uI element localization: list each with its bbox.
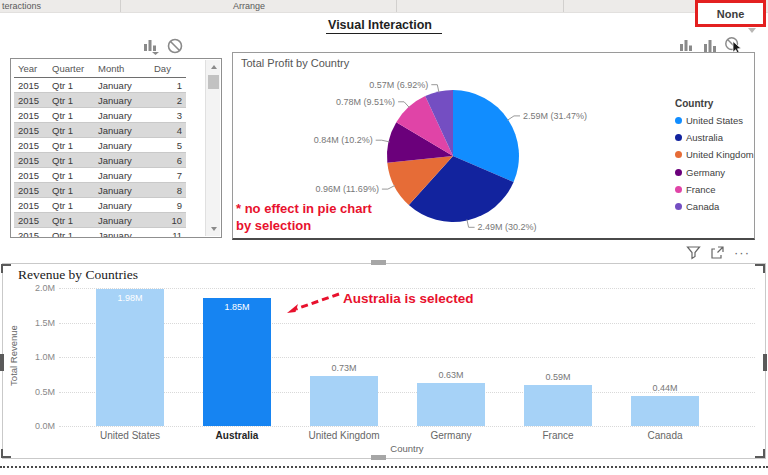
- drag-handle-top[interactable]: [371, 260, 386, 265]
- bar-value-label: 0.44M: [631, 383, 699, 393]
- pie-annotation-line2: by selection: [236, 218, 311, 233]
- table-row[interactable]: 2015Qtr 1January11: [14, 228, 186, 239]
- column-header-year[interactable]: Year: [14, 60, 48, 78]
- table-row[interactable]: 2015Qtr 1January1: [14, 78, 186, 93]
- legend-item-united-kingdom[interactable]: United Kingdom: [675, 146, 754, 163]
- y-axis-tick: 2.0M: [11, 283, 55, 293]
- legend-label: Germany: [686, 167, 725, 178]
- pie-data-label: 0.57M (6.92%): [369, 80, 428, 90]
- x-axis-title: Country: [59, 443, 755, 454]
- legend-color-dot: [675, 186, 682, 193]
- more-options-icon[interactable]: ···: [734, 248, 750, 258]
- table-row[interactable]: 2015Qtr 1January9: [14, 198, 186, 213]
- table-row[interactable]: 2015Qtr 1January7: [14, 168, 186, 183]
- table-cell: 8: [150, 183, 186, 198]
- x-axis-tick-germany[interactable]: Germany: [398, 430, 504, 441]
- x-axis-tick-united-states[interactable]: United States: [77, 430, 183, 441]
- resize-handle-bottom-right[interactable]: [755, 449, 765, 458]
- pie-chart-visual[interactable]: Total Profit by Country 2.59M (31.47%)2.…: [232, 52, 755, 240]
- column-header-day[interactable]: Day: [150, 60, 186, 78]
- none-button-label: None: [717, 8, 745, 20]
- x-axis-tick-united-kingdom[interactable]: United Kingdom: [291, 430, 397, 441]
- table-cell: 11: [150, 228, 186, 239]
- x-axis-tick-france[interactable]: France: [505, 430, 611, 441]
- legend-item-france[interactable]: France: [675, 181, 754, 198]
- legend-item-australia[interactable]: Australia: [675, 129, 754, 146]
- bar-canada[interactable]: [631, 396, 699, 426]
- table-cell: 2015: [14, 228, 48, 239]
- drag-handle-bottom[interactable]: [371, 455, 386, 460]
- edit-interactions-none-button[interactable]: None: [695, 0, 766, 27]
- x-axis-tick-australia[interactable]: Australia: [184, 430, 290, 441]
- drag-handle-left[interactable]: [0, 354, 4, 371]
- column-header-month[interactable]: Month: [94, 60, 150, 78]
- table-cell: January: [94, 168, 150, 183]
- table-body: 2015Qtr 1January12015Qtr 1January22015Qt…: [14, 78, 186, 239]
- table-row[interactable]: 2015Qtr 1January4: [14, 123, 186, 138]
- table-cell: January: [94, 78, 150, 93]
- pie-legend: Country United StatesAustraliaUnited Kin…: [675, 98, 754, 215]
- table-cell: 2015: [14, 183, 48, 198]
- legend-label: United States: [686, 115, 743, 126]
- table-cell: 3: [150, 108, 186, 123]
- table-cell: Qtr 1: [48, 78, 94, 93]
- annotation-arrow: [285, 290, 343, 316]
- pie-data-label: 0.96M (11.69%): [316, 184, 379, 194]
- resize-handle-top-left[interactable]: [1, 264, 11, 273]
- table-cell: 2: [150, 93, 186, 108]
- table-visual[interactable]: Year Quarter Month Day 2015Qtr 1January1…: [10, 58, 222, 238]
- filter-funnel-icon[interactable]: [686, 245, 701, 260]
- none-interaction-icon[interactable]: [166, 37, 184, 55]
- legend-item-germany[interactable]: Germany: [675, 164, 754, 181]
- legend-title: Country: [675, 98, 754, 109]
- bar-france[interactable]: [524, 385, 592, 426]
- resize-handle-bottom-left[interactable]: [1, 449, 11, 458]
- legend-item-united-states[interactable]: United States: [675, 112, 754, 129]
- bar-value-label: 1.85M: [203, 302, 271, 312]
- ribbon-divider: [396, 0, 397, 12]
- resize-handle-top-right[interactable]: [755, 264, 765, 273]
- ribbon-divider: [120, 0, 121, 12]
- scrollbar-thumb[interactable]: [208, 75, 219, 89]
- filter-interaction-icon[interactable]: [142, 37, 160, 55]
- bar-value-label: 0.73M: [310, 363, 378, 373]
- gridline: [59, 426, 755, 427]
- table-row[interactable]: 2015Qtr 1January3: [14, 108, 186, 123]
- y-axis-tick: 0.5M: [11, 387, 55, 397]
- x-axis-tick-canada[interactable]: Canada: [612, 430, 718, 441]
- ribbon-divider: [563, 0, 564, 12]
- table-cell: 2015: [14, 78, 48, 93]
- page-title: Visual Interaction: [0, 15, 768, 34]
- drag-handle-right[interactable]: [763, 354, 767, 371]
- table-cell: 7: [150, 168, 186, 183]
- scroll-up-arrow[interactable]: [206, 60, 221, 74]
- column-header-quarter[interactable]: Quarter: [48, 60, 94, 78]
- pie-label-leader: [398, 102, 409, 108]
- table-row[interactable]: 2015Qtr 1January6: [14, 153, 186, 168]
- table-cell: 2015: [14, 153, 48, 168]
- table-row[interactable]: 2015Qtr 1January5: [14, 138, 186, 153]
- table-row[interactable]: 2015Qtr 1January2: [14, 93, 186, 108]
- bar-annotation: Australia is selected: [343, 291, 474, 306]
- table-cell: 2015: [14, 198, 48, 213]
- bar-australia[interactable]: [203, 298, 271, 426]
- table-row[interactable]: 2015Qtr 1January10: [14, 213, 186, 228]
- pie-data-label: 2.59M (31.47%): [523, 111, 587, 121]
- bar-united-states[interactable]: [96, 289, 164, 426]
- table-cell: 2015: [14, 213, 48, 228]
- bar-germany[interactable]: [417, 383, 485, 426]
- legend-label: Australia: [686, 132, 723, 143]
- table-cell: January: [94, 93, 150, 108]
- table-scrollbar[interactable]: [205, 60, 220, 236]
- scroll-down-arrow[interactable]: [206, 222, 221, 236]
- bar-value-label: 1.98M: [96, 293, 164, 303]
- table-cell: Qtr 1: [48, 183, 94, 198]
- focus-mode-icon[interactable]: [710, 245, 725, 260]
- legend-item-canada[interactable]: Canada: [675, 198, 754, 215]
- table-row[interactable]: 2015Qtr 1January8: [14, 183, 186, 198]
- date-table: Year Quarter Month Day 2015Qtr 1January1…: [14, 60, 186, 238]
- bar-united-kingdom[interactable]: [310, 376, 378, 426]
- ribbon-group-arrange: Arrange: [233, 1, 265, 11]
- legend-color-dot: [675, 169, 682, 176]
- table-cell: Qtr 1: [48, 228, 94, 239]
